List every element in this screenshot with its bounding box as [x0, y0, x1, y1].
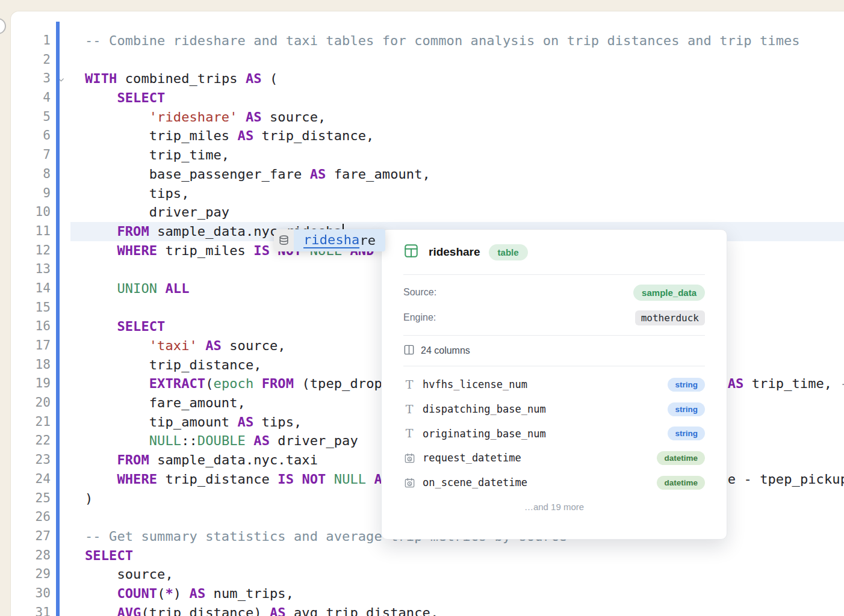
autocomplete-rest-text: re [359, 233, 376, 248]
column-type-badge: string [668, 378, 705, 392]
line-number: 28 [11, 546, 51, 565]
line-number: 31 [11, 603, 51, 616]
code-line[interactable]: 29 source, [11, 565, 844, 584]
source-row: Source: sample_data [403, 280, 705, 305]
column-type-badge: string [668, 427, 705, 440]
column-name: request_datetime [423, 452, 657, 464]
code-text: base_passenger_fare AS fare_amount, [85, 165, 430, 184]
line-number: 17 [11, 336, 51, 356]
table-icon [403, 243, 419, 261]
engine-value-badge: motherduck [635, 310, 705, 325]
autocomplete-match-text: ridesha [303, 232, 359, 248]
column-type-badge: datetime [657, 451, 705, 465]
line-number: 16 [11, 317, 51, 336]
source-value-badge: sample_data [633, 285, 705, 301]
engine-row: Engine: motherduck [403, 305, 705, 330]
column-name: dispatching_base_num [423, 403, 668, 415]
column-name: on_scene_datetime [423, 476, 657, 488]
text-icon: T [403, 428, 415, 439]
gutter-accent-bar [56, 22, 60, 616]
line-number: 7 [11, 146, 51, 165]
code-text: trip_distance, [85, 356, 262, 375]
line-number: 24 [11, 470, 51, 489]
line-number: 19 [11, 374, 51, 393]
calendar-clock-icon [403, 477, 415, 488]
code-line[interactable]: 8 base_passenger_fare AS fare_amount, [11, 165, 844, 184]
line-number: 23 [11, 451, 51, 470]
column-type-badge: string [668, 402, 705, 416]
line-number: 14 [11, 279, 51, 298]
code-line[interactable]: 31 AVG(trip_distance) AS avg_trip_distan… [11, 603, 844, 616]
column-row: Tdispatching_base_numstring [403, 397, 705, 422]
code-line[interactable]: 1-- Combine rideshare and taxi tables fo… [11, 31, 844, 51]
line-number: 26 [11, 508, 51, 527]
more-columns-text: …and 19 more [403, 502, 705, 512]
code-text: SELECT [85, 317, 165, 336]
table-type-badge: table [489, 244, 528, 260]
line-number: 2 [11, 51, 51, 70]
calendar-clock-icon [403, 452, 415, 464]
code-line[interactable]: 9 tips, [11, 184, 844, 203]
line-number: 6 [11, 126, 51, 146]
partial-circle-button[interactable] [0, 18, 6, 34]
line-number: 22 [11, 431, 51, 451]
code-text: -- Combine rideshare and taxi tables for… [85, 31, 800, 51]
code-text: COUNT(*) AS num_trips, [85, 584, 294, 603]
code-line[interactable]: 4 SELECT [11, 88, 844, 108]
columns-icon [403, 344, 415, 358]
autocomplete-dropdown: rideshare [274, 229, 385, 251]
text-icon: T [403, 379, 415, 390]
line-number: 21 [11, 413, 51, 432]
code-line[interactable]: 3WITH combined_trips AS ( [11, 69, 844, 88]
line-number: 27 [11, 527, 51, 546]
column-row: Toriginating_base_numstring [403, 421, 705, 446]
columns-count-text: 24 columns [421, 345, 470, 356]
code-text: SELECT [85, 88, 165, 108]
code-line[interactable]: 5 'rideshare' AS source, [11, 108, 844, 127]
code-line[interactable]: 7 trip_time, [11, 146, 844, 165]
table-info-popup: rideshare table Source: sample_data Engi… [381, 229, 727, 540]
code-line[interactable]: 2 [11, 51, 844, 70]
line-number: 18 [11, 356, 51, 375]
column-name: hvfhs_license_num [423, 378, 668, 390]
code-line[interactable]: 30 COUNT(*) AS num_trips, [11, 584, 844, 603]
code-text: WITH combined_trips AS ( [85, 69, 278, 88]
code-text: NULL::DOUBLE AS driver_pay [85, 431, 358, 451]
code-line[interactable]: 6 trip_miles AS trip_distance, [11, 126, 844, 146]
code-text: UNION ALL [85, 279, 190, 298]
code-text: trip_time, [85, 146, 229, 165]
code-text: source, [85, 565, 173, 584]
line-number: 30 [11, 584, 51, 603]
code-text: 'taxi' AS source, [85, 336, 286, 356]
code-line[interactable]: 10 driver_pay [11, 203, 844, 222]
popup-table-title: rideshare [429, 245, 480, 259]
autocomplete-item-rideshare[interactable]: rideshare [294, 229, 385, 251]
column-row: request_datetimedatetime [403, 446, 705, 470]
code-text: AVG(trip_distance) AS avg_trip_distance, [85, 603, 438, 616]
code-text: tip_amount AS tips, [85, 413, 302, 432]
code-text: trip_miles AS trip_distance, [85, 126, 374, 146]
columns-list: Thvfhs_license_numstringTdispatching_bas… [403, 366, 705, 494]
line-number: 20 [11, 393, 51, 413]
line-number: 3 [11, 69, 51, 88]
code-text: driver_pay [85, 203, 229, 222]
popup-header: rideshare table [403, 230, 705, 274]
code-line[interactable]: 28SELECT [11, 546, 844, 565]
column-row: on_scene_datetimedatetime [403, 470, 705, 495]
line-number: 11 [11, 222, 51, 241]
column-row: Thvfhs_license_numstring [403, 372, 705, 397]
line-number: 29 [11, 565, 51, 584]
line-number: 9 [11, 184, 51, 203]
line-number: 25 [11, 489, 51, 508]
line-number: 4 [11, 88, 51, 108]
code-text: tips, [85, 184, 190, 203]
source-label: Source: [403, 287, 436, 298]
database-icon [274, 229, 294, 251]
column-name: originating_base_num [423, 428, 668, 440]
text-icon: T [403, 404, 415, 415]
line-number: 10 [11, 203, 51, 222]
columns-count-row: 24 columns [403, 336, 705, 366]
code-text: FROM sample_data.nyc.taxi [85, 451, 318, 470]
line-number: 12 [11, 241, 51, 260]
line-number: 1 [11, 31, 51, 51]
